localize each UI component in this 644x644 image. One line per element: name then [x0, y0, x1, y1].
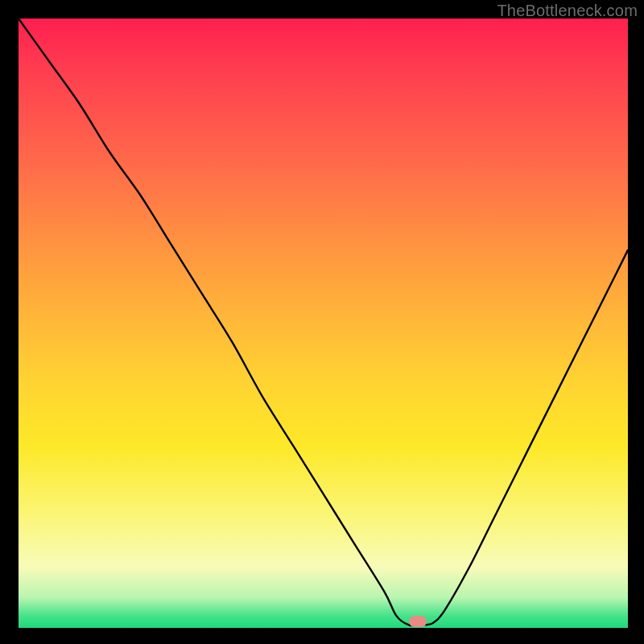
watermark-text: TheBottleneck.com	[497, 2, 638, 20]
plot-area	[19, 19, 628, 628]
bottleneck-curve	[19, 19, 628, 628]
chart-frame: TheBottleneck.com	[0, 0, 644, 644]
optimal-marker	[409, 616, 427, 627]
